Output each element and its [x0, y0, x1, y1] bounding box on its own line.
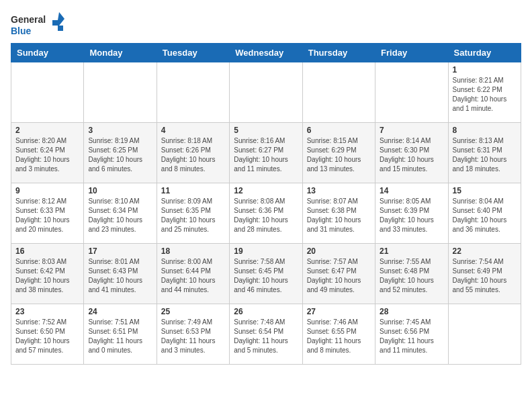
calendar-cell: 8Sunrise: 8:13 AM Sunset: 6:31 PM Daylig…: [448, 123, 521, 183]
day-number: 5: [234, 126, 298, 135]
calendar-cell: 9Sunrise: 8:12 AM Sunset: 6:33 PM Daylig…: [11, 183, 84, 244]
day-info: Sunrise: 8:16 AM Sunset: 6:27 PM Dayligh…: [234, 136, 298, 174]
day-info: Sunrise: 7:46 AM Sunset: 6:55 PM Dayligh…: [307, 318, 371, 355]
calendar-week-row: 23Sunrise: 7:52 AM Sunset: 6:50 PM Dayli…: [11, 304, 521, 365]
calendar-cell: 12Sunrise: 8:08 AM Sunset: 6:36 PM Dayli…: [230, 183, 302, 244]
calendar-cell: 19Sunrise: 7:58 AM Sunset: 6:45 PM Dayli…: [230, 244, 302, 304]
day-info: Sunrise: 7:58 AM Sunset: 6:45 PM Dayligh…: [234, 257, 298, 295]
day-info: Sunrise: 7:48 AM Sunset: 6:54 PM Dayligh…: [234, 318, 298, 355]
calendar-cell: 7Sunrise: 8:14 AM Sunset: 6:30 PM Daylig…: [375, 123, 448, 183]
calendar-cell: 10Sunrise: 8:10 AM Sunset: 6:34 PM Dayli…: [84, 183, 157, 244]
calendar-cell: 21Sunrise: 7:55 AM Sunset: 6:48 PM Dayli…: [375, 244, 448, 304]
column-header-monday: Monday: [84, 44, 157, 62]
calendar-cell: 22Sunrise: 7:54 AM Sunset: 6:49 PM Dayli…: [448, 244, 521, 304]
day-info: Sunrise: 8:15 AM Sunset: 6:29 PM Dayligh…: [307, 136, 371, 174]
calendar-table: SundayMondayTuesdayWednesdayThursdayFrid…: [11, 43, 521, 365]
day-info: Sunrise: 8:00 AM Sunset: 6:44 PM Dayligh…: [161, 257, 225, 295]
calendar-cell: [448, 304, 521, 365]
day-info: Sunrise: 8:12 AM Sunset: 6:33 PM Dayligh…: [15, 197, 79, 234]
day-number: 2: [15, 126, 79, 135]
calendar-cell: 2Sunrise: 8:20 AM Sunset: 6:24 PM Daylig…: [11, 123, 84, 183]
day-info: Sunrise: 8:20 AM Sunset: 6:24 PM Dayligh…: [15, 136, 79, 174]
calendar-cell: 1Sunrise: 8:21 AM Sunset: 6:22 PM Daylig…: [448, 62, 521, 123]
calendar-cell: [157, 62, 229, 123]
calendar-cell: 15Sunrise: 8:04 AM Sunset: 6:40 PM Dayli…: [448, 183, 521, 244]
day-info: Sunrise: 8:19 AM Sunset: 6:25 PM Dayligh…: [88, 136, 152, 174]
calendar-week-row: 1Sunrise: 8:21 AM Sunset: 6:22 PM Daylig…: [11, 62, 521, 123]
day-info: Sunrise: 8:18 AM Sunset: 6:26 PM Dayligh…: [161, 136, 225, 174]
day-number: 11: [161, 186, 225, 195]
day-number: 28: [380, 307, 443, 316]
day-info: Sunrise: 8:09 AM Sunset: 6:35 PM Dayligh…: [161, 197, 225, 234]
day-number: 4: [161, 126, 225, 135]
calendar-cell: 26Sunrise: 7:48 AM Sunset: 6:54 PM Dayli…: [230, 304, 302, 365]
column-header-wednesday: Wednesday: [230, 44, 302, 62]
day-number: 15: [453, 186, 517, 195]
calendar-cell: [11, 62, 84, 123]
day-number: 14: [380, 186, 443, 195]
day-info: Sunrise: 8:21 AM Sunset: 6:22 PM Dayligh…: [453, 76, 517, 113]
calendar-cell: 23Sunrise: 7:52 AM Sunset: 6:50 PM Dayli…: [11, 304, 84, 365]
calendar-cell: 28Sunrise: 7:45 AM Sunset: 6:56 PM Dayli…: [375, 304, 448, 365]
calendar-cell: [302, 62, 375, 123]
day-info: Sunrise: 7:54 AM Sunset: 6:49 PM Dayligh…: [453, 257, 517, 295]
day-number: 18: [161, 246, 225, 256]
logo: General Blue: [11, 11, 64, 38]
day-number: 6: [307, 126, 371, 135]
day-number: 12: [234, 186, 298, 195]
day-info: Sunrise: 7:55 AM Sunset: 6:48 PM Dayligh…: [380, 257, 443, 295]
day-number: 8: [453, 126, 517, 135]
calendar-cell: 27Sunrise: 7:46 AM Sunset: 6:55 PM Dayli…: [302, 304, 375, 365]
svg-text:General: General: [11, 14, 46, 25]
day-number: 16: [15, 246, 79, 256]
day-number: 26: [234, 307, 298, 316]
day-info: Sunrise: 7:51 AM Sunset: 6:51 PM Dayligh…: [88, 318, 152, 355]
day-info: Sunrise: 7:49 AM Sunset: 6:53 PM Dayligh…: [161, 318, 225, 355]
column-header-saturday: Saturday: [448, 44, 521, 62]
calendar-week-row: 9Sunrise: 8:12 AM Sunset: 6:33 PM Daylig…: [11, 183, 521, 244]
day-info: Sunrise: 8:03 AM Sunset: 6:42 PM Dayligh…: [15, 257, 79, 295]
day-number: 1: [453, 65, 517, 75]
calendar-cell: 13Sunrise: 8:07 AM Sunset: 6:38 PM Dayli…: [302, 183, 375, 244]
day-info: Sunrise: 8:05 AM Sunset: 6:39 PM Dayligh…: [380, 197, 443, 234]
day-number: 25: [161, 307, 225, 316]
calendar-cell: 6Sunrise: 8:15 AM Sunset: 6:29 PM Daylig…: [302, 123, 375, 183]
logo-icon: General Blue: [11, 11, 64, 38]
calendar-cell: 24Sunrise: 7:51 AM Sunset: 6:51 PM Dayli…: [84, 304, 157, 365]
column-header-tuesday: Tuesday: [157, 44, 229, 62]
column-header-sunday: Sunday: [11, 44, 84, 62]
calendar-week-row: 16Sunrise: 8:03 AM Sunset: 6:42 PM Dayli…: [11, 244, 521, 304]
day-number: 9: [15, 186, 79, 195]
day-number: 27: [307, 307, 371, 316]
day-info: Sunrise: 8:10 AM Sunset: 6:34 PM Dayligh…: [88, 197, 152, 234]
day-number: 20: [307, 246, 371, 256]
calendar-cell: [375, 62, 448, 123]
calendar-cell: 25Sunrise: 7:49 AM Sunset: 6:53 PM Dayli…: [157, 304, 229, 365]
calendar-cell: 14Sunrise: 8:05 AM Sunset: 6:39 PM Dayli…: [375, 183, 448, 244]
calendar-cell: 4Sunrise: 8:18 AM Sunset: 6:26 PM Daylig…: [157, 123, 229, 183]
day-info: Sunrise: 7:45 AM Sunset: 6:56 PM Dayligh…: [380, 318, 443, 355]
calendar-cell: 18Sunrise: 8:00 AM Sunset: 6:44 PM Dayli…: [157, 244, 229, 304]
day-number: 10: [88, 186, 152, 195]
day-info: Sunrise: 7:57 AM Sunset: 6:47 PM Dayligh…: [307, 257, 371, 295]
day-number: 17: [88, 246, 152, 256]
day-info: Sunrise: 8:01 AM Sunset: 6:43 PM Dayligh…: [88, 257, 152, 295]
day-info: Sunrise: 8:08 AM Sunset: 6:36 PM Dayligh…: [234, 197, 298, 234]
svg-text:Blue: Blue: [11, 26, 32, 36]
calendar-cell: [230, 62, 302, 123]
calendar-cell: 17Sunrise: 8:01 AM Sunset: 6:43 PM Dayli…: [84, 244, 157, 304]
day-number: 3: [88, 126, 152, 135]
svg-marker-2: [52, 12, 64, 31]
calendar-cell: 20Sunrise: 7:57 AM Sunset: 6:47 PM Dayli…: [302, 244, 375, 304]
day-number: 19: [234, 246, 298, 256]
calendar-cell: 11Sunrise: 8:09 AM Sunset: 6:35 PM Dayli…: [157, 183, 229, 244]
calendar-week-row: 2Sunrise: 8:20 AM Sunset: 6:24 PM Daylig…: [11, 123, 521, 183]
calendar-cell: 16Sunrise: 8:03 AM Sunset: 6:42 PM Dayli…: [11, 244, 84, 304]
day-number: 22: [453, 246, 517, 256]
day-number: 13: [307, 186, 371, 195]
calendar-header-row: SundayMondayTuesdayWednesdayThursdayFrid…: [11, 44, 521, 62]
day-number: 7: [380, 126, 443, 135]
calendar-cell: [84, 62, 157, 123]
day-info: Sunrise: 8:13 AM Sunset: 6:31 PM Dayligh…: [453, 136, 517, 174]
day-info: Sunrise: 7:52 AM Sunset: 6:50 PM Dayligh…: [15, 318, 79, 355]
